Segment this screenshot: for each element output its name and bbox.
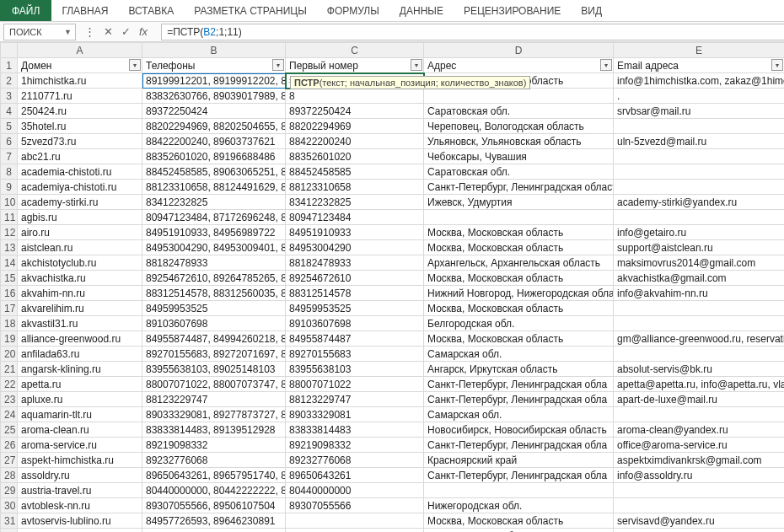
cell[interactable]: aroma-service.ru	[18, 438, 142, 453]
cell[interactable]: 89219098332	[142, 438, 286, 453]
cell[interactable]: 89033329081, 89277873727, 8939	[142, 407, 286, 422]
cell[interactable]	[614, 210, 785, 225]
cell[interactable]: Санкт-Петербург, Ленинградская обла	[424, 377, 614, 392]
cell[interactable]: 88352601020	[286, 149, 424, 164]
cell[interactable]: 84953004290, 84953009401, 8495	[142, 240, 286, 255]
cell[interactable]: maksimovrus2014@gmail.com	[614, 255, 785, 271]
cell[interactable]: Белгородская обл.	[424, 316, 614, 331]
row-header[interactable]: 32	[1, 529, 18, 533]
cell[interactable]: 89270155683	[286, 347, 424, 362]
cell[interactable]: academiya-chistoti.ru	[18, 180, 142, 195]
cell[interactable]: 250424.ru	[18, 104, 142, 119]
header-first-number[interactable]: Первый номер▾	[286, 58, 424, 73]
cell[interactable]: 80947123484, 87172696248, 8080	[142, 210, 286, 225]
chevron-down-icon[interactable]: ▼	[64, 28, 72, 36]
cell[interactable]	[286, 529, 424, 533]
cell[interactable]: Москва, Московская область	[424, 513, 614, 529]
cell[interactable]: Москва, Московская область	[424, 331, 614, 347]
cell[interactable]: akvahim-nn.ru	[18, 286, 142, 301]
cell[interactable]: 88312514578	[286, 286, 424, 301]
cell[interactable]: apluxe.ru	[18, 392, 142, 407]
cell[interactable]: Москва, Московская область	[424, 240, 614, 255]
filter-icon[interactable]: ▾	[272, 59, 284, 71]
row-header[interactable]: 30	[1, 498, 18, 513]
cell[interactable]: 88182478933	[142, 255, 286, 271]
cell[interactable]: 88202294969	[286, 119, 424, 134]
cell[interactable]: 88202294969, 88202504655, 8820	[142, 119, 286, 134]
cell[interactable]: academy-stirki.ru	[18, 195, 142, 210]
row-header[interactable]: 23	[1, 392, 18, 407]
cell[interactable]: aquamarin-tlt.ru	[18, 407, 142, 422]
cell[interactable]: 88312514578, 88312560035, 8831	[142, 286, 286, 301]
cell[interactable]: 89254672610	[286, 271, 424, 286]
cell[interactable]: apart-de-luxe@mail.ru	[614, 392, 785, 407]
cell[interactable]: Новосибирск, Новосибирская область	[424, 422, 614, 438]
cell[interactable]	[614, 301, 785, 316]
cell[interactable]: 88123229747	[142, 392, 286, 407]
cancel-icon[interactable]: ✕	[104, 25, 113, 38]
ribbon-tab-insert[interactable]: ВСТАВКА	[118, 0, 184, 21]
row-header[interactable]: 9	[1, 180, 18, 195]
cell[interactable]	[424, 483, 614, 498]
cell[interactable]: 83822202211, 89016182211	[142, 529, 286, 533]
cell[interactable]: aroma-clean.ru	[18, 422, 142, 438]
row-header[interactable]: 22	[1, 377, 18, 392]
row-header[interactable]: 31	[1, 513, 18, 529]
cell[interactable]: 89103607698	[286, 316, 424, 331]
cell[interactable]: info@assoldry.ru	[614, 468, 785, 483]
cell[interactable]: 83412232825	[142, 195, 286, 210]
cell[interactable]: 80440000000	[286, 483, 424, 498]
cell[interactable]: 88452458585, 89063065251, 8906	[142, 164, 286, 180]
cell[interactable]	[286, 513, 424, 529]
cell[interactable]: 89650643261, 89657951740, 8981	[142, 468, 286, 483]
row-header[interactable]: 28	[1, 468, 18, 483]
cell[interactable]	[614, 407, 785, 422]
cell[interactable]	[424, 210, 614, 225]
cell[interactable]	[614, 483, 785, 498]
cell[interactable]: srvbsar@mail.ru	[614, 104, 785, 119]
cell[interactable]: 89372250424	[142, 104, 286, 119]
col-header-E[interactable]: E	[614, 43, 785, 58]
row-header[interactable]: 29	[1, 483, 18, 498]
cell[interactable]: Москва, Московская область	[424, 271, 614, 286]
cell[interactable]: academia-chistoti.ru	[18, 164, 142, 180]
cell[interactable]: 88123310658, 88124491629, 8812	[142, 180, 286, 195]
cell[interactable]: Самарская обл.	[424, 347, 614, 362]
ribbon-tab-data[interactable]: ДАННЫЕ	[389, 0, 454, 21]
cell[interactable]: 89372250424	[286, 104, 424, 119]
row-header[interactable]: 14	[1, 255, 18, 271]
cell[interactable]: Москва, Московская область	[424, 301, 614, 316]
cell[interactable]: 84957726593, 89646230891	[142, 513, 286, 529]
cell[interactable]: servisavd@yandex.ru	[614, 513, 785, 529]
row-header[interactable]: 8	[1, 164, 18, 180]
cell[interactable]: 84959953525	[286, 301, 424, 316]
cell[interactable]: 84959953525	[142, 301, 286, 316]
ribbon-tab-home[interactable]: ГЛАВНАЯ	[51, 0, 118, 21]
select-all-corner[interactable]	[1, 43, 18, 58]
cell[interactable]: alliance-greenwood.ru	[18, 331, 142, 347]
col-header-D[interactable]: D	[424, 43, 614, 58]
cell[interactable]: 88123310658	[286, 180, 424, 195]
ribbon-tab-formulas[interactable]: ФОРМУЛЫ	[317, 0, 389, 21]
cell[interactable]: aspekt-himchistka.ru	[18, 453, 142, 468]
cell[interactable]: 89270155683, 89272071697, 8927	[142, 347, 286, 362]
cell[interactable]: 83833814483, 89139512928	[142, 422, 286, 438]
cell[interactable]: 88452458585	[286, 164, 424, 180]
filter-icon[interactable]: ▾	[771, 59, 783, 71]
row-header[interactable]: 4	[1, 104, 18, 119]
cell[interactable]: apetta.ru	[18, 377, 142, 392]
cell[interactable]: 88007071022, 88007073747, 8812	[142, 377, 286, 392]
cell[interactable]: agbis.ru	[18, 210, 142, 225]
cell[interactable]: 89650643261	[286, 468, 424, 483]
row-header[interactable]: 2	[1, 73, 18, 89]
spreadsheet-grid[interactable]: ПСТР(текст; начальная_позиция; количеств…	[0, 42, 784, 532]
cell[interactable]: awa-tomsk.ru	[18, 529, 142, 533]
cell[interactable]	[614, 498, 785, 513]
cell[interactable]: Ижевск, Удмуртия	[424, 195, 614, 210]
cell[interactable]: aspektximdivankrsk@gmail.com	[614, 453, 785, 468]
row-header[interactable]: 3	[1, 89, 18, 104]
cell[interactable]: 89307055566, 89506107504	[142, 498, 286, 513]
row-header[interactable]: 25	[1, 422, 18, 438]
cell[interactable]: akvachistka@gmail.com	[614, 271, 785, 286]
cell[interactable]	[614, 119, 785, 134]
